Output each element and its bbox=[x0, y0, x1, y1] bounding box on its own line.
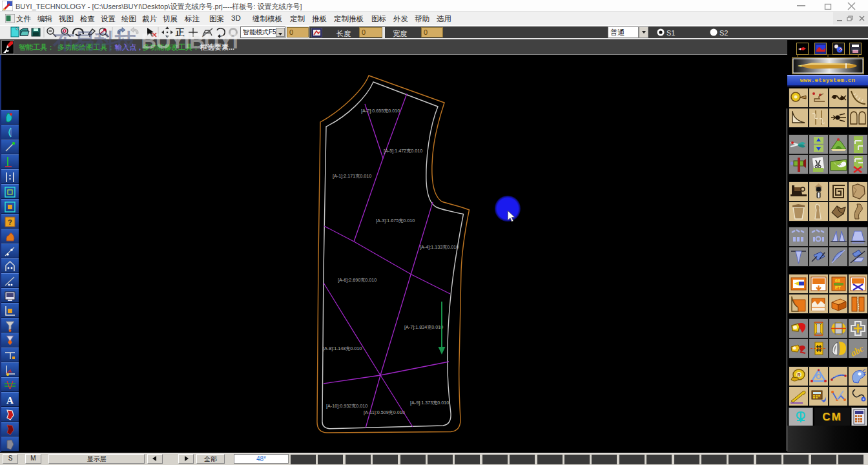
svg-text:[A-8]:1.148克0.010: [A-8]:1.148克0.010 bbox=[323, 346, 362, 351]
svg-text:[A-7]:1.834克0.010: [A-7]:1.834克0.010 bbox=[404, 324, 443, 330]
svg-text:abc: abc bbox=[849, 344, 866, 358]
svg-text:[A-9]:1.373克0.010: [A-9]:1.373克0.010 bbox=[410, 400, 449, 406]
svg-text:[A-3]:1.675克0.010: [A-3]:1.675克0.010 bbox=[376, 218, 415, 223]
svg-text:S1: S1 bbox=[666, 29, 675, 37]
svg-text:A: A bbox=[6, 395, 14, 406]
svg-text:[A-4]:1.133克0.010: [A-4]:1.133克0.010 bbox=[420, 244, 459, 250]
svg-text:[A-1]:2.171克0.010: [A-1]:2.171克0.010 bbox=[333, 173, 371, 179]
svg-text:R: R bbox=[798, 373, 801, 377]
svg-text:ET: ET bbox=[835, 285, 842, 290]
svg-text:[A-11]:0.509克0.010: [A-11]:0.509克0.010 bbox=[364, 409, 405, 415]
svg-text:[A-5]:1.472克0.010: [A-5]:1.472克0.010 bbox=[384, 148, 422, 154]
svg-text:[A-6]:2.690克0.010: [A-6]:2.690克0.010 bbox=[338, 277, 377, 283]
svg-text:[A-10]:0.932克0.010: [A-10]:0.932克0.010 bbox=[326, 403, 367, 409]
svg-text:S2: S2 bbox=[719, 29, 728, 37]
svg-text:68: 68 bbox=[835, 278, 840, 283]
svg-text:?: ? bbox=[8, 218, 12, 226]
svg-text:[A-2]:0.655克0.010: [A-2]:0.655克0.010 bbox=[361, 108, 400, 114]
